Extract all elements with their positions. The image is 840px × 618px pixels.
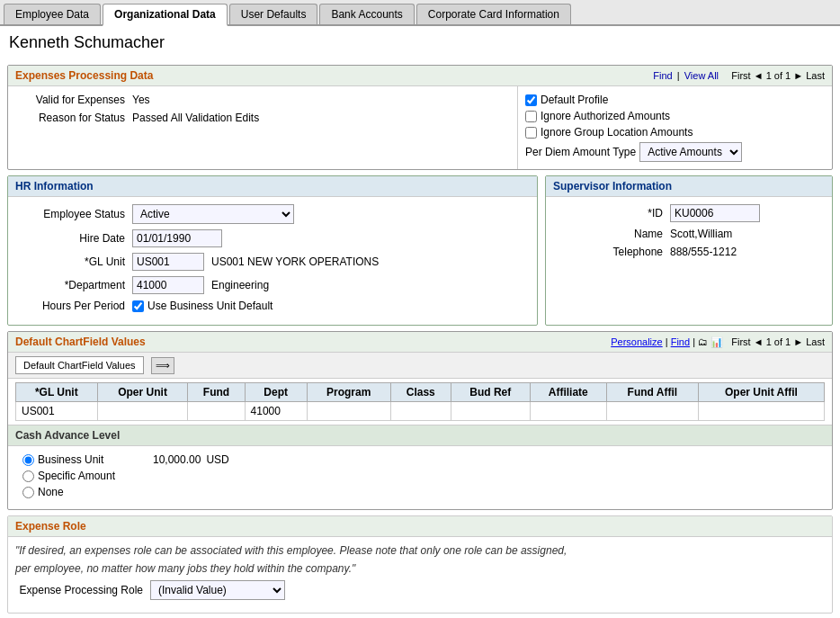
view-all-link[interactable]: View All: [684, 70, 719, 81]
expenses-section: Expenses Processing Data Find | View All…: [7, 65, 833, 170]
supervisor-telephone-row: Telephone 888/555-1212: [553, 246, 825, 258]
expense-role-header: Expense Role: [8, 516, 832, 537]
supervisor-name-row: Name Scott,William: [553, 228, 825, 240]
hire-date-input[interactable]: 01/01/1990: [132, 229, 222, 247]
cell-bud-ref: [451, 402, 530, 421]
per-diem-label: Per Diem Amount Type: [525, 146, 636, 158]
hire-date-row: Hire Date 01/01/1990: [15, 229, 530, 247]
cell-oper-unit-affil: [698, 402, 824, 421]
supervisor-id-row: *ID KU0006: [553, 204, 825, 222]
col-fund-affil: Fund Affil: [606, 383, 698, 402]
find-link[interactable]: Find: [653, 70, 672, 81]
expenses-section-header: Expenses Processing Data Find | View All…: [8, 66, 832, 86]
col-dept: Dept: [245, 383, 307, 402]
supervisor-id-input[interactable]: KU0006: [670, 204, 760, 222]
per-diem-select[interactable]: Active Amounts: [639, 142, 742, 162]
col-bud-ref: Bud Ref: [451, 383, 530, 402]
cell-fund-affil: [606, 402, 698, 421]
chartfield-table-header-row: *GL Unit Oper Unit Fund Dept Program Cla…: [16, 383, 825, 402]
col-program: Program: [307, 383, 390, 402]
employee-status-row: Employee Status Active: [15, 204, 530, 224]
hours-per-period-row: Hours Per Period Use Business Unit Defau…: [15, 300, 530, 312]
move-columns-btn[interactable]: ⟹: [151, 357, 174, 374]
specific-amount-radio-row: Specific Amount: [22, 470, 818, 482]
hr-info-box: HR Information Employee Status Active Hi…: [7, 175, 538, 326]
tab-corporate-card[interactable]: Corporate Card Information: [416, 4, 571, 24]
use-business-unit-checkbox[interactable]: [132, 300, 144, 312]
expenses-right: Default Profile Ignore Authorized Amount…: [517, 86, 832, 169]
table-icon[interactable]: 📊: [710, 336, 723, 347]
chartfield-table-container: *GL Unit Oper Unit Fund Dept Program Cla…: [8, 379, 832, 425]
tab-employee-data[interactable]: Employee Data: [4, 4, 101, 24]
department-label: *Department: [15, 279, 132, 291]
tab-organizational-data[interactable]: Organizational Data: [103, 4, 228, 26]
cash-advance-amount: 10,000.00: [153, 453, 201, 466]
gl-unit-row: *GL Unit US001 US001 NEW YORK OPERATIONS: [15, 253, 530, 271]
chartfield-header: Default ChartField Values Personalize | …: [8, 332, 832, 353]
department-row: *Department 41000 Engineering: [15, 276, 530, 294]
page-title: Kenneth Schumacher: [0, 26, 840, 59]
hr-info-content: Employee Status Active Hire Date 01/01/1…: [8, 197, 537, 325]
grid-icon[interactable]: 🗂: [698, 336, 708, 347]
processing-role-label: Expense Processing Role: [15, 584, 150, 596]
reason-for-status-row: Reason for Status Passed All Validation …: [15, 112, 510, 124]
department-input[interactable]: 41000: [132, 276, 204, 294]
chartfield-table: *GL Unit Oper Unit Fund Dept Program Cla…: [15, 382, 825, 421]
valid-for-expenses-label: Valid for Expenses: [15, 94, 132, 106]
ignore-authorized-label: Ignore Authorized Amounts: [541, 110, 670, 122]
processing-role-row: Expense Processing Role (Invalid Value): [15, 580, 825, 600]
col-oper-unit: Oper Unit: [97, 383, 188, 402]
supervisor-box: Supervisor Information *ID KU0006 Name S…: [545, 175, 833, 326]
business-unit-radio[interactable]: [22, 454, 34, 466]
ignore-group-checkbox[interactable]: [525, 127, 537, 139]
ignore-group-label: Ignore Group Location Amounts: [541, 126, 693, 139]
supervisor-content: *ID KU0006 Name Scott,William Telephone …: [546, 197, 832, 271]
processing-role-select[interactable]: (Invalid Value): [150, 580, 285, 600]
expense-role-desc-line2: per employee, no matter how many jobs th…: [15, 562, 825, 575]
chartfield-nav: Personalize | Find | 🗂 📊 First ◄ 1 of 1 …: [611, 336, 825, 348]
hr-supervisor-layout: HR Information Employee Status Active Hi…: [7, 175, 833, 326]
cash-advance-title: Cash Advance Level: [8, 425, 832, 446]
ignore-authorized-checkbox[interactable]: [525, 111, 537, 122]
reason-for-status-value: Passed All Validation Edits: [132, 112, 259, 124]
col-class: Class: [390, 383, 451, 402]
table-row: US001 41000: [16, 402, 825, 421]
none-radio[interactable]: [22, 487, 34, 498]
cash-advance-content: Business Unit 10,000.00 USD Specific Amo…: [8, 446, 832, 509]
expenses-left: Valid for Expenses Yes Reason for Status…: [8, 86, 517, 169]
tab-bank-accounts[interactable]: Bank Accounts: [319, 4, 414, 24]
cell-gl-unit: US001: [16, 402, 98, 421]
supervisor-telephone-label: Telephone: [553, 246, 670, 258]
cell-class: [390, 402, 451, 421]
gl-unit-label: *GL Unit: [15, 255, 132, 268]
specific-amount-radio[interactable]: [22, 470, 34, 482]
default-profile-row: Default Profile: [525, 94, 825, 106]
per-diem-row: Per Diem Amount Type Active Amounts: [525, 142, 825, 162]
cell-dept: 41000: [245, 402, 307, 421]
expenses-section-title: Expenses Processing Data: [15, 69, 153, 82]
tab-user-defaults[interactable]: User Defaults: [229, 4, 318, 24]
hire-date-label: Hire Date: [15, 232, 132, 245]
gl-unit-desc: US001 NEW YORK OPERATIONS: [211, 255, 379, 268]
col-gl-unit: *GL Unit: [16, 383, 98, 402]
default-profile-checkbox[interactable]: [525, 94, 537, 106]
inner-tab-chartfield[interactable]: Default ChartField Values: [15, 356, 144, 374]
ignore-authorized-row: Ignore Authorized Amounts: [525, 110, 825, 122]
gl-unit-input[interactable]: US001: [132, 253, 204, 271]
ignore-group-row: Ignore Group Location Amounts: [525, 126, 825, 139]
chartfield-section: Default ChartField Values Personalize | …: [7, 331, 833, 510]
reason-for-status-label: Reason for Status: [15, 112, 132, 124]
employee-status-select[interactable]: Active: [132, 204, 294, 224]
hours-per-period-label: Hours Per Period: [15, 300, 132, 312]
expense-role-desc-line1: "If desired, an expenses role can be ass…: [15, 544, 825, 557]
chartfield-title: Default ChartField Values: [15, 336, 146, 348]
expenses-pagination: First ◄ 1 of 1 ► Last: [731, 70, 825, 81]
col-affiliate: Affiliate: [530, 383, 606, 402]
chartfield-find-link[interactable]: Find: [671, 336, 690, 347]
supervisor-name-label: Name: [553, 228, 670, 240]
personalize-link[interactable]: Personalize: [611, 336, 662, 347]
none-radio-row: None: [22, 486, 818, 498]
supervisor-name-value: Scott,William: [670, 228, 732, 240]
cell-oper-unit: [97, 402, 188, 421]
chartfield-tab-buttons: Default ChartField Values ⟹: [8, 353, 832, 379]
